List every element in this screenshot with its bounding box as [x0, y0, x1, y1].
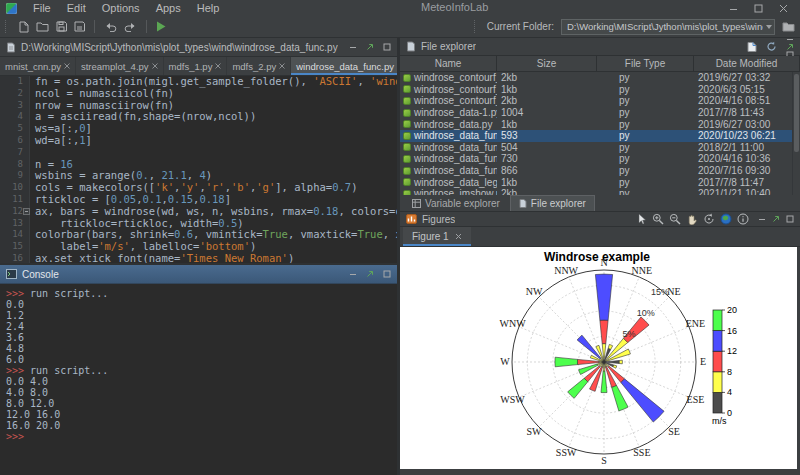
close-figure-tab-icon[interactable] — [455, 233, 462, 240]
table-row[interactable]: windrose_contourf_4.py2kbpy2019/6/27 03:… — [400, 72, 800, 84]
python-file-icon — [403, 97, 411, 105]
menu-item-apps[interactable]: Apps — [148, 2, 189, 14]
table-row[interactable]: windrose_contourf_na...2kbpy2020/4/16 08… — [400, 95, 800, 107]
minimize-panel-button[interactable] — [349, 43, 357, 51]
tab-file-explorer[interactable]: File explorer — [510, 195, 595, 211]
svg-text:m/s: m/s — [712, 416, 727, 426]
code-line[interactable]: 16ax.set_xtick_font(name='Times New Roma… — [0, 253, 397, 263]
file-table-scrollbar[interactable] — [792, 72, 800, 195]
minimize-panel-button[interactable] — [758, 215, 766, 223]
column-header-date-modified[interactable]: Date Modified — [694, 56, 800, 71]
close-tab-icon[interactable] — [215, 63, 221, 69]
current-folder-combo[interactable]: D:\Working\MIScript\Jython\mis\plot_type… — [561, 19, 775, 35]
file-type: py — [597, 119, 694, 130]
console-line: 8.0 12.0 — [6, 398, 397, 409]
pan-hand-icon[interactable] — [686, 213, 698, 225]
console-title: Console — [22, 269, 59, 280]
editor-tab-label: streamplot_4.py — [81, 61, 149, 72]
line-number: 8 — [0, 159, 30, 171]
code-editor[interactable]: 1fn = os.path.join(migl.get_sample_folde… — [0, 76, 397, 263]
table-row[interactable]: windrose_data_func.py593py2020/10/23 06:… — [400, 130, 800, 142]
table-row[interactable]: windrose_data_legend...1kbpy2017/7/8 11:… — [400, 176, 800, 188]
table-row[interactable]: windrose_imshow.py2kbpy2021/1/21 10:40 — [400, 188, 800, 195]
close-tab-icon[interactable] — [279, 63, 285, 69]
svg-text:20: 20 — [727, 305, 737, 315]
editor-tab-windrose_data_func.py[interactable]: windrose_data_func.py — [291, 57, 397, 75]
undo-button[interactable] — [104, 21, 117, 32]
file-size: 2kb — [497, 188, 597, 195]
close-tab-icon[interactable] — [152, 63, 158, 69]
line-number: 1 — [0, 76, 30, 88]
tab-variable-explorer[interactable]: Variable explorer — [404, 196, 508, 211]
maximize-panel-button[interactable] — [383, 270, 391, 278]
maximize-window-button[interactable] — [754, 4, 763, 13]
new-file-action-icon[interactable] — [747, 42, 757, 52]
minimize-window-button[interactable] — [729, 4, 738, 13]
file-size: 1kb — [497, 84, 597, 95]
svg-text:ENE: ENE — [686, 318, 705, 329]
globe-icon[interactable] — [720, 213, 732, 225]
file-name: windrose_contourf_id... — [414, 84, 497, 95]
editor-tab-mnist_cnn.py[interactable]: mnist_cnn.py — [0, 57, 76, 75]
chevron-down-icon[interactable] — [766, 25, 772, 29]
tab-figure-1[interactable]: Figure 1 — [403, 227, 471, 246]
table-row[interactable]: windrose_contourf_id...1kbpy2020/6/3 05:… — [400, 84, 800, 96]
column-header-name[interactable]: Name — [400, 56, 497, 71]
column-header-size[interactable]: Size — [497, 56, 597, 71]
file-type: py — [597, 107, 694, 118]
menu-item-help[interactable]: Help — [189, 2, 228, 14]
maximize-panel-button[interactable] — [786, 215, 794, 223]
svg-text:WSW: WSW — [500, 394, 525, 405]
column-header-file-type[interactable]: File Type — [597, 56, 694, 71]
save-as-button[interactable] — [74, 21, 85, 32]
open-folder-button[interactable] — [36, 21, 49, 32]
file-size: 1kb — [497, 119, 597, 130]
float-panel-button[interactable] — [786, 43, 794, 51]
new-file-button[interactable] — [18, 21, 29, 33]
close-tab-icon[interactable] — [64, 63, 70, 69]
line-number: 6 — [0, 135, 30, 147]
console-line: >>> — [6, 431, 397, 442]
minimize-panel-button[interactable] — [349, 270, 357, 278]
code-line[interactable]: 6wd=a[:,1] — [0, 135, 397, 147]
table-row[interactable]: windrose_data.py1kbpy2019/6/27 03:00 — [400, 118, 800, 130]
file-name: windrose_contourf_na... — [414, 95, 497, 106]
refresh-icon[interactable] — [766, 41, 777, 52]
python-file-icon — [403, 178, 411, 186]
maximize-panel-button[interactable] — [383, 43, 391, 51]
info-icon[interactable] — [737, 213, 749, 225]
figure-canvas[interactable]: 5%10%15%NNNENEENEEESESESSESSSWSWWSWWWNWN… — [400, 247, 797, 469]
svg-text:16: 16 — [727, 326, 737, 336]
editor-tab-streamplot_4.py[interactable]: streamplot_4.py — [76, 57, 164, 75]
table-row[interactable]: windrose_data_func_1...504py2018/2/1 11:… — [400, 142, 800, 154]
svg-text:NE: NE — [667, 286, 680, 297]
select-arrow-icon[interactable] — [636, 213, 647, 225]
menu-bar: FileEditOptionsAppsHelp MeteoInfoLab — [0, 0, 800, 16]
close-window-button[interactable] — [779, 4, 788, 13]
run-script-button[interactable] — [156, 21, 166, 32]
editor-tab-mdfs_2.py[interactable]: mdfs_2.py — [227, 57, 291, 75]
table-row[interactable]: windrose_data_func_s...866py2020/7/16 09… — [400, 165, 800, 177]
menu-item-edit[interactable]: Edit — [59, 2, 94, 14]
menu-item-file[interactable]: File — [25, 2, 59, 14]
rotate-icon[interactable] — [703, 213, 715, 225]
windrose-chart: 5%10%15%NNNENEENEEESESESSESSSWSWWSWWWNWN… — [400, 247, 797, 468]
redo-button[interactable] — [124, 21, 137, 32]
float-panel-button[interactable] — [772, 215, 780, 223]
svg-text:E: E — [700, 356, 706, 367]
float-panel-button[interactable] — [366, 270, 374, 278]
zoom-in-icon[interactable] — [652, 213, 664, 225]
float-panel-button[interactable] — [366, 43, 374, 51]
fold-marker-icon[interactable] — [23, 208, 30, 215]
scrollbar-thumb[interactable] — [794, 74, 799, 152]
table-row[interactable]: windrose_data_func_b...730py2020/4/16 10… — [400, 153, 800, 165]
console-panel-header: Console — [0, 265, 397, 284]
minimize-panel-button[interactable] — [786, 35, 794, 43]
table-row[interactable]: windrose_data-1.py1004py2017/7/8 11:43 — [400, 107, 800, 119]
browse-folder-button[interactable] — [782, 21, 795, 32]
zoom-out-icon[interactable] — [669, 213, 681, 225]
save-button[interactable] — [56, 21, 67, 32]
menu-item-options[interactable]: Options — [94, 2, 148, 14]
console-output[interactable]: >>> run script...0.01.22.43.64.86.0>>> r… — [0, 284, 397, 475]
editor-tab-mdfs_1.py[interactable]: mdfs_1.py — [164, 57, 228, 75]
